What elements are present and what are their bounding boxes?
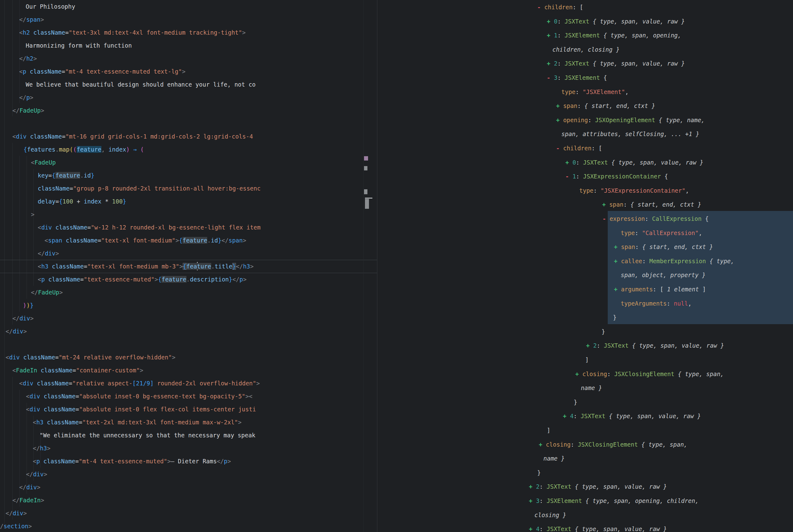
- ast-line[interactable]: type: "JSXExpressionContainer",: [579, 184, 689, 198]
- code-line[interactable]: </div>: [12, 312, 34, 325]
- code-token: MemberExpression: [649, 258, 706, 264]
- code-token: =: [98, 237, 101, 244]
- code-line[interactable]: <h3 className="text-2xl md:text-3xl font…: [33, 416, 241, 429]
- code-content[interactable]: Our Philosophy</span><h2 className="text…: [0, 0, 260, 532]
- code-token: :: [557, 60, 564, 67]
- code-token: >: [238, 419, 241, 425]
- ast-line[interactable]: }: [574, 395, 577, 409]
- ast-line[interactable]: }: [602, 324, 605, 339]
- code-token: +: [563, 413, 566, 419]
- code-token: [617, 286, 621, 292]
- ast-line[interactable]: - 1: JSXExpressionContainer {: [565, 169, 668, 184]
- ast-line[interactable]: - expression: CallExpression {: [602, 212, 709, 226]
- code-line[interactable]: Our Philosophy: [26, 0, 75, 13]
- ast-line[interactable]: ]: [585, 353, 588, 367]
- ast-line[interactable]: - children: [: [537, 0, 583, 14]
- ast-line[interactable]: + span: { start, end, ctxt }: [602, 197, 701, 212]
- code-line[interactable]: </FadeUp>: [31, 286, 63, 299]
- code-token: >: [31, 211, 34, 218]
- code-line[interactable]: >: [31, 208, 34, 221]
- code-token: [62, 237, 65, 244]
- ast-line[interactable]: span, attributes, selfClosing, ... +1 }: [561, 127, 699, 141]
- code-line[interactable]: </div>: [19, 481, 40, 494]
- code-line[interactable]: </FadeIn>: [12, 494, 44, 507]
- ast-line[interactable]: name }: [581, 381, 602, 395]
- code-line[interactable]: {features.map((feature, index) ⇒ (: [23, 143, 144, 156]
- code-line[interactable]: <p className="mt-4 text-essence-muted te…: [19, 65, 186, 78]
- code-line[interactable]: Harmonizing form with function: [26, 39, 132, 52]
- code-line[interactable]: </div>: [38, 247, 59, 260]
- ast-line[interactable]: + 2: JSXText { type, span, value, raw }: [586, 338, 724, 353]
- ast-line[interactable]: + span: { start, end, ctxt }: [614, 240, 713, 254]
- code-line[interactable]: <h2 className="text-3xl md:text-4xl font…: [19, 26, 246, 39]
- code-line[interactable]: <div className="absolute inset-0 flex fl…: [26, 403, 256, 416]
- code-line[interactable]: <div className="mt-24 relative overflow-…: [5, 351, 175, 364]
- code-line[interactable]: ))}: [23, 299, 33, 312]
- code-line[interactable]: </div>: [5, 507, 27, 520]
- ast-line[interactable]: + 3: JSXElement { type, span, opening, c…: [529, 494, 699, 508]
- code-token: +: [73, 198, 83, 205]
- ast-line[interactable]: + arguments: [ 1 element ]: [614, 282, 706, 296]
- code-line[interactable]: We believe that beautiful design should …: [26, 78, 256, 91]
- code-token: "mt-24 relative overflow-hidden": [59, 354, 172, 361]
- code-token: ture: [197, 263, 211, 270]
- ast-line[interactable]: type: "JSXElement",: [561, 85, 628, 99]
- code-token: { type, span, value, raw }: [593, 18, 685, 25]
- code-line[interactable]: /section>: [0, 520, 32, 532]
- code-line[interactable]: <FadeUp: [31, 156, 56, 169]
- ast-line[interactable]: typeArguments: null,: [621, 296, 692, 310]
- ast-line[interactable]: name }: [543, 451, 565, 466]
- ast-line[interactable]: type: "CallExpression",: [621, 226, 702, 240]
- code-token: { type, span, value, raw }: [612, 159, 703, 166]
- code-line[interactable]: "We eliminate the unnecessary so that th…: [40, 429, 255, 442]
- ast-line[interactable]: + opening: JSXOpeningElement { type, nam…: [556, 113, 705, 127]
- ast-line[interactable]: + 4: JSXText { type, span, value, raw }: [529, 522, 667, 532]
- ast-line[interactable]: - 3: JSXElement {: [547, 71, 607, 85]
- ast-line[interactable]: + 1: JSXElement { type, span, opening,: [547, 28, 681, 42]
- code-line[interactable]: </div>: [26, 468, 47, 481]
- ast-line[interactable]: + callee: MemberExpression { type,: [614, 254, 734, 268]
- code-token: "w-12 h-12 rounded-xl bg-essence-light f…: [91, 224, 260, 231]
- code-token: </: [19, 16, 26, 23]
- ast-tree-pane[interactable]: - children: [+ 0: JSXText { type, span, …: [377, 0, 793, 532]
- ast-line[interactable]: ]: [547, 423, 550, 437]
- ast-line[interactable]: + 0: JSXText { type, span, value, raw }: [565, 155, 703, 170]
- code-line[interactable]: <div className="absolute inset-0 bg-esse…: [26, 390, 252, 403]
- ast-line[interactable]: + 4: JSXText { type, span, value, raw }: [563, 409, 701, 423]
- code-line[interactable]: </span>: [19, 13, 44, 26]
- ast-line[interactable]: children, closing }: [553, 42, 619, 57]
- code-line[interactable]: </h2>: [19, 52, 37, 65]
- ast-line[interactable]: closing }: [535, 508, 566, 522]
- code-editor-pane[interactable]: Our Philosophy</span><h2 className="text…: [0, 0, 377, 532]
- code-token: ,: [685, 187, 689, 194]
- code-token: : [: [573, 4, 583, 11]
- ast-line[interactable]: }: [613, 310, 616, 324]
- ast-line[interactable]: + closing: JSXClosingElement { type, spa…: [539, 437, 688, 452]
- code-line[interactable]: <FadeIn className="container-custom">: [12, 364, 143, 377]
- code-line[interactable]: </p>: [19, 91, 33, 104]
- ast-line[interactable]: + 2: JSXText { type, span, value, raw }: [529, 479, 667, 494]
- code-token: <: [12, 367, 16, 374]
- ast-line[interactable]: + 2: JSXText { type, span, value, raw }: [547, 56, 685, 71]
- ast-line[interactable]: }: [537, 466, 541, 480]
- code-line[interactable]: <div className="mt-16 grid grid-cols-1 m…: [12, 130, 253, 143]
- ast-line[interactable]: + span: { start, end, ctxt }: [556, 99, 655, 113]
- code-line[interactable]: className="group p-8 rounded-2xl transit…: [38, 182, 260, 195]
- code-line[interactable]: </h3>: [33, 442, 51, 455]
- code-line[interactable]: key={feature.id}: [38, 169, 94, 182]
- code-line[interactable]: <p className="mt-4 text-essence-muted">—…: [33, 455, 231, 468]
- ast-line[interactable]: + closing: JSXClosingElement { type, spa…: [575, 367, 724, 381]
- ast-line[interactable]: + 0: JSXText { type, span, value, raw }: [547, 14, 685, 28]
- code-line[interactable]: <p className="text-essence-muted">{featu…: [38, 273, 247, 286]
- code-line[interactable]: <h3 className="text-xl font-medium mb-3"…: [38, 260, 254, 273]
- scrollbar-thumb[interactable]: [365, 199, 369, 209]
- code-line[interactable]: <span className="text-xl font-medium">{f…: [44, 234, 246, 247]
- code-line[interactable]: delay={100 + index * 100}: [38, 195, 126, 208]
- code-line[interactable]: </FadeUp>: [12, 104, 44, 117]
- code-token: </: [31, 289, 38, 296]
- ast-line[interactable]: span, object, property }: [621, 268, 706, 282]
- code-line[interactable]: </div>: [5, 325, 27, 338]
- code-line[interactable]: <div className="w-12 h-12 rounded-xl bg-…: [38, 221, 260, 234]
- code-line[interactable]: <div className="relative aspect-[21/9] r…: [19, 377, 260, 390]
- ast-line[interactable]: - children: [: [556, 141, 602, 155]
